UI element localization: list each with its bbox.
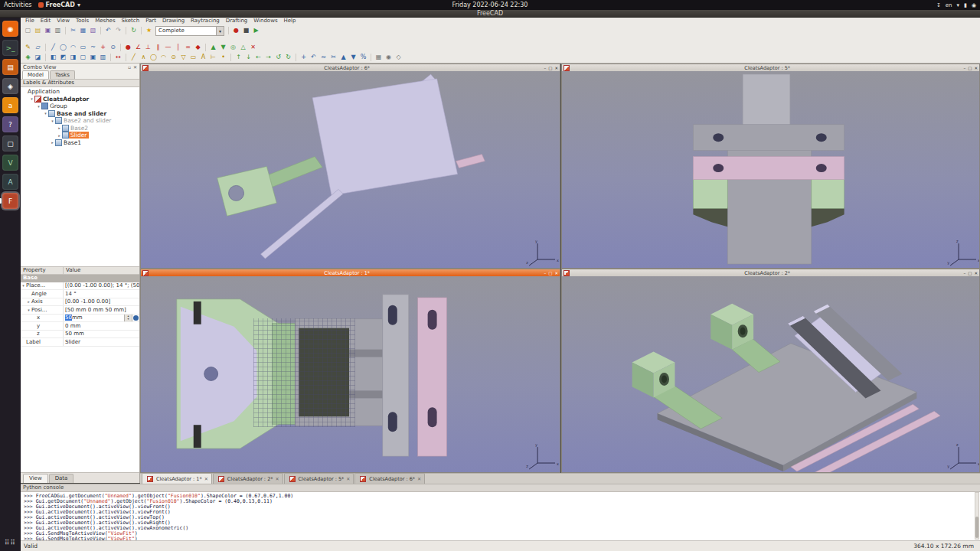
property-value[interactable]: [0.00 -1.00 0.00] [64,298,139,306]
constraint-coincident-icon[interactable]: ● [124,43,133,52]
close-icon[interactable]: ✕ [974,66,978,70]
panel-close-icon[interactable]: ✕ [133,64,137,70]
sketch-point-icon[interactable]: + [99,43,108,52]
draft-downgrade-icon[interactable]: ▼ [349,53,358,62]
part-green-fan[interactable] [177,299,286,448]
constraint-parallel-icon[interactable]: ∥ [154,43,163,52]
part-cross-bar[interactable] [693,125,844,151]
pan-left-icon[interactable]: ← [254,53,263,62]
mdi-titlebar-2[interactable]: CleatsAdaptor : 2* – ▢ ✕ [562,269,979,276]
console-scrollbar[interactable] [975,492,979,540]
workbench-selector[interactable]: Complete▾ [155,26,224,36]
menu-windows[interactable]: Windows [250,18,280,24]
property-row-angle[interactable]: Angle14 ° [21,290,139,298]
python-console-header[interactable]: Python console [21,484,980,492]
mdi-window-5[interactable]: CleatsAdaptor : 5* – ▢ ✕ [561,64,980,269]
paste-icon[interactable]: ▧ [89,26,98,35]
panel-float-icon[interactable]: ▫ [128,64,131,70]
part-pink-bar[interactable] [418,298,447,456]
delete-icon[interactable]: ✕ [249,43,258,52]
viewport-1[interactable]: x y z [141,276,560,472]
tab-view[interactable]: View [23,474,48,483]
tree-expand-icon[interactable]: ▸ [57,126,62,130]
files-launcher-icon[interactable]: ▤ [2,59,18,75]
maximize-icon[interactable]: ▢ [548,271,552,276]
activities-button[interactable]: Activities [4,2,32,8]
terminal-launcher-icon[interactable]: >_ [2,40,18,56]
macro-execute-icon[interactable]: ▶ [252,26,261,35]
tree-item-base2-and-slider[interactable]: ▾Base2 and slider [21,117,139,125]
cut-icon[interactable]: ✂ [69,26,78,35]
redo-icon[interactable]: ↷ [114,26,123,35]
arduino-launcher-icon[interactable]: A [2,174,18,190]
tree-expand-icon[interactable]: ▾ [43,111,48,116]
sketch-ellipse-icon[interactable]: ⊙ [109,43,118,52]
loft-icon[interactable]: △ [239,43,248,52]
property-row-place[interactable]: ▾Place...[(0.00 -1.00 0.00); 14 °; (50 m… [21,282,139,291]
property-value[interactable]: [50 mm 0 mm 50 mm] [64,306,139,314]
part-base-plate[interactable] [312,79,457,195]
print-icon[interactable]: ▥ [54,26,63,35]
property-row-label[interactable]: LabelSlider [21,338,139,347]
draft-text-icon[interactable]: A [199,53,208,62]
view-left-icon[interactable]: ▥ [99,53,108,62]
tree-expand-icon[interactable]: ▸ [57,133,62,138]
part-gray-bar[interactable] [383,295,409,456]
rotate-ccw-icon[interactable]: ↺ [274,53,283,62]
property-section-base[interactable]: Base [21,275,139,282]
draft-point-icon[interactable]: • [219,53,228,62]
close-icon[interactable]: ✕ [974,271,978,276]
constraint-vertical-icon[interactable]: | [174,43,183,52]
app-menu-button[interactable]: FreeCAD ▾ [38,2,80,8]
menu-sketch[interactable]: Sketch [119,18,143,24]
viewport-canvas-6[interactable]: x y z [141,71,560,268]
window-titlebar[interactable]: FreeCAD [0,10,980,18]
document-tab-cleatsadaptor-6[interactable]: CleatsAdaptor : 6*✕ [354,473,425,484]
scrollbar-thumb[interactable] [975,517,978,538]
property-expand-icon[interactable]: ▾ [26,308,31,312]
workbench-star-icon[interactable]: ★ [145,26,154,35]
tree-item-base2[interactable]: ▸Base2 [21,125,139,132]
view-top-icon[interactable]: ◩ [59,53,68,62]
menu-view[interactable]: View [54,18,73,24]
new-document-icon[interactable]: ▢ [24,26,33,35]
menu-drawing[interactable]: Drawing [159,18,188,24]
view-fit-all-icon[interactable]: ◈ [24,53,33,62]
minimize-icon[interactable]: – [963,66,965,70]
draft-circle-icon[interactable]: ◯ [149,53,158,62]
close-icon[interactable]: ✕ [554,66,558,70]
close-tab-icon[interactable]: ✕ [346,476,350,481]
view-bottom-icon[interactable]: ▣ [89,53,98,62]
draft-offset-icon[interactable]: ≈ [319,53,328,62]
tree-expand-icon[interactable]: ▾ [36,104,41,109]
property-value[interactable]: 50 mm▴▾ [64,315,139,322]
battery-icon[interactable]: ▮ [964,2,967,8]
pocket-icon[interactable]: ▼ [219,43,228,52]
mdi-window-2[interactable]: CleatsAdaptor : 2* – ▢ ✕ [561,269,980,473]
close-icon[interactable]: ✕ [554,271,558,276]
sketch-arc-icon[interactable]: ◠ [69,43,78,52]
spin-down-icon[interactable]: ▾ [125,318,132,321]
constraint-symmetric-icon[interactable]: ◆ [194,43,203,52]
draft-ellipse-icon[interactable]: ⊙ [169,53,178,62]
tab-model[interactable]: Model [22,70,49,79]
draft-polygon-icon[interactable]: ▽ [179,53,188,62]
tree-expand-icon[interactable]: ▾ [50,119,55,123]
viewport-canvas-2[interactable]: x z y [562,276,979,472]
close-tab-icon[interactable]: ✕ [204,476,208,481]
tree-expand-icon[interactable]: ▸ [50,140,55,145]
tab-data[interactable]: Data [49,474,74,483]
property-row-y[interactable]: y0 mm [21,322,139,331]
document-tab-cleatsadaptor-1[interactable]: CleatsAdaptor : 1*✕ [142,473,212,484]
firefox-launcher-icon[interactable]: ◉ [2,21,18,37]
part-pink-stick[interactable] [456,155,485,168]
document-tab-cleatsadaptor-2[interactable]: CleatsAdaptor : 2*✕ [213,473,283,484]
tree-expand-icon[interactable]: ▾ [29,96,34,101]
freecad-launcher-icon[interactable]: F [2,193,18,209]
show-applications-button[interactable]: ⠿⠿ [0,536,21,549]
menu-edit[interactable]: Edit [38,18,54,24]
draft-trimex-icon[interactable]: ✂ [329,53,338,62]
property-row-posi[interactable]: ▾Posi...[50 mm 0 mm 50 mm] [21,306,139,315]
constraint-perpendicular-icon[interactable]: ⊥ [144,43,153,52]
viewport-2[interactable]: x z y [562,276,979,472]
